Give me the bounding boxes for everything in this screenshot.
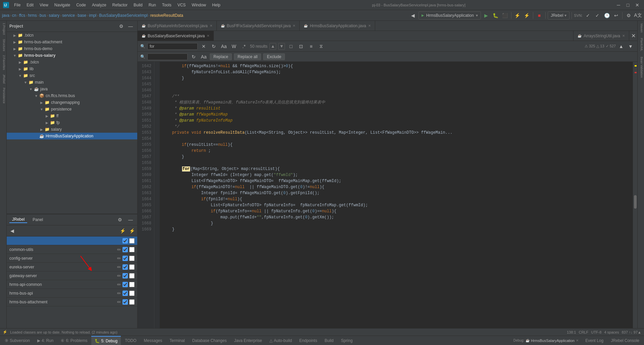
close-button[interactable]: ✕ <box>633 1 641 9</box>
tree-item-changemapping[interactable]: ▶ 📁 changemapping <box>7 99 137 106</box>
bottom-tab-java-enterprise[interactable]: Java Enterprise <box>231 336 265 345</box>
jrebel-row-config-server[interactable]: config-server ✏ <box>7 254 137 263</box>
settings-button[interactable]: ⚙ <box>625 11 633 19</box>
tree-item-attachment[interactable]: ▶ 📁 hrms-bus-attachment <box>7 39 137 45</box>
tree-item-ff[interactable]: ▶ 📁 ff <box>7 113 137 119</box>
breadcrumb-ffcs[interactable]: ffcs <box>19 13 25 18</box>
svn-history[interactable]: 🕐 <box>603 11 611 19</box>
bottom-tab-auto-build[interactable]: △ Auto-build <box>266 336 295 345</box>
side-tab-project[interactable]: 1:Project <box>0 21 6 37</box>
menu-run[interactable]: Run <box>146 1 159 9</box>
tree-item-txlcn2[interactable]: ▶ 📁 .txlcn <box>7 59 137 66</box>
jrebel-tab[interactable]: JRebel <box>9 216 27 223</box>
tree-body[interactable]: ▶ 📁 .txlcn ▶ 📁 hrms-bus-attachment ▶ 📁 h… <box>7 32 137 214</box>
jrebel-edit-eureka-server[interactable]: ✏ <box>116 264 122 270</box>
menu-tools[interactable]: Tools <box>159 1 174 9</box>
tree-item-demo[interactable]: ▶ 📁 hrms-bus-demo <box>7 45 137 52</box>
jrebel-check-eureka-server[interactable] <box>122 264 128 270</box>
jrebel-row-hrms-api-common[interactable]: hrms-api-common ✏ <box>7 280 137 289</box>
jrebel-selector[interactable]: JRebel ▾ <box>548 11 569 19</box>
status-encoding[interactable]: UTF-8 <box>591 330 601 334</box>
translate-button[interactable]: A文 <box>634 11 642 19</box>
breadcrumb-hrms[interactable]: hrms <box>28 13 37 18</box>
jrebel-close-icon[interactable]: — <box>127 216 135 224</box>
replace-all-button[interactable]: Replace all <box>234 53 261 60</box>
jrebel-check2-hrms-bus-attachment[interactable] <box>129 299 135 305</box>
jrebel-check-hrms-api-common[interactable] <box>122 282 128 287</box>
bottom-tab-run[interactable]: ▶ 4: Run <box>34 336 57 345</box>
jrebel-check2-hrms-api-common[interactable] <box>129 282 135 287</box>
breadcrumb-cn[interactable]: cn <box>12 13 16 18</box>
search-filter-icon[interactable]: ≡ <box>307 42 315 50</box>
jrebel-check2-hrms-bus-api[interactable] <box>129 291 135 296</box>
indicator-up[interactable]: ▲ <box>617 42 625 50</box>
menu-edit[interactable]: Edit <box>24 1 36 9</box>
search-toggle-2[interactable]: ⊡ <box>297 42 305 50</box>
tree-item-salary2[interactable]: ▶ 📁 salary <box>7 126 137 133</box>
breadcrumb-bus[interactable]: bus <box>40 13 46 18</box>
tree-settings-icon[interactable]: ⚙ <box>117 22 125 30</box>
tree-item-app[interactable]: ☕ HrmsBusSalaryApplication <box>7 133 137 139</box>
status-crlf[interactable]: CRLF <box>579 330 588 334</box>
bottom-tab-subversion[interactable]: ⑨ Subversion <box>1 336 33 345</box>
tree-item-txlcn[interactable]: ▶ 📁 .txlcn <box>7 32 137 39</box>
side-tab-favorites[interactable]: 2:Favorites <box>0 53 6 72</box>
tree-item-lib[interactable]: ▶ 📁 lib <box>7 66 137 72</box>
menu-view[interactable]: View <box>37 1 51 9</box>
tab-arrays-close[interactable]: ✕ <box>622 34 625 38</box>
bottom-tab-debug[interactable]: 🐛 5: Debug <box>91 336 121 345</box>
tab-fp-nature-close[interactable]: ✕ <box>210 24 212 28</box>
replace-input[interactable] <box>147 53 188 60</box>
tree-item-fp[interactable]: ▶ 📁 fp <box>7 119 137 126</box>
code-content[interactable]: if(ffWageMains!=null && ffWageMains.size… <box>160 62 633 328</box>
breadcrumb-service[interactable]: service <box>62 13 75 18</box>
jrebel-edit-gateway-server[interactable]: ✏ <box>116 272 122 279</box>
tab-bus-salary-base[interactable]: ☕ BusSalaryBaseServiceImpl.java ✕ <box>138 31 214 41</box>
menu-help[interactable]: Help <box>209 1 223 9</box>
side-tab-structure[interactable]: Structure <box>0 37 6 53</box>
replace-refresh-icon[interactable]: ↻ <box>190 53 198 61</box>
jrebel-run-button[interactable]: ⚡ <box>513 11 522 19</box>
menu-file[interactable]: File <box>11 1 23 9</box>
tree-item-main[interactable]: ▼ 📁 main <box>7 79 137 86</box>
replace-case-icon[interactable]: Aa <box>200 53 208 61</box>
search-word-icon[interactable]: W <box>230 42 238 50</box>
tree-item-src[interactable]: ▼ 📁 src <box>7 72 137 79</box>
exclude-button[interactable]: Exclude <box>263 53 285 60</box>
jrebel-green-btn-2[interactable]: ⚡ <box>128 227 136 235</box>
tab-close-all[interactable]: ✕ <box>629 32 637 40</box>
jrebel-row-selected[interactable] <box>7 236 137 245</box>
tab-hrms-app[interactable]: ☕ HrmsBusSalaryApplication.java ✕ <box>300 21 375 31</box>
tree-item-salary[interactable]: ▼ 📁 hrms-bus-salary <box>7 52 137 59</box>
jrebel-row-hrms-bus-attachment[interactable]: hrms-bus-attachment ✏ <box>7 298 137 306</box>
jrebel-edit-hrms-bus-api[interactable]: ✏ <box>116 290 122 297</box>
jrebel-check-config-server[interactable] <box>122 256 128 261</box>
jrebel-check-common-utils[interactable] <box>122 247 128 252</box>
search-regex-icon[interactable]: .* <box>240 42 248 50</box>
search-case-icon[interactable]: Aa <box>220 42 228 50</box>
svn-commit[interactable]: ✓ <box>593 11 601 19</box>
vertical-scrollbar[interactable] <box>633 62 637 328</box>
jrebel-green-btn-1[interactable]: ⚡ <box>118 227 127 235</box>
scrollbar-thumb[interactable] <box>634 195 637 209</box>
svn-update[interactable]: ✓ <box>584 11 592 19</box>
jrebel-edit-hrms-api-common[interactable]: ✏ <box>116 281 122 288</box>
menu-refactor[interactable]: Refactor <box>110 1 130 9</box>
jrebel-check-gateway-server[interactable] <box>122 273 128 278</box>
bottom-tab-db-changes[interactable]: Database Changes <box>189 336 230 345</box>
search-toggle-1[interactable]: □ <box>287 42 295 50</box>
bottom-tab-jrebel-console[interactable]: JRebel Console <box>607 336 643 345</box>
jrebel-check-hrms-bus-attachment[interactable] <box>122 299 128 305</box>
jrebel-back-icon[interactable]: ◀ <box>8 227 16 235</box>
breadcrumb-java[interactable]: java <box>2 13 9 18</box>
bottom-tab-todo[interactable]: TODO <box>121 336 140 345</box>
stop-button[interactable]: ■ <box>535 11 543 19</box>
jrebel-edit-hrms-bus-attachment[interactable]: ✏ <box>116 299 122 305</box>
side-tab-persistence[interactable]: Persistence <box>0 86 6 105</box>
breadcrumb-impl[interactable]: impl <box>89 13 96 18</box>
side-tab-bean-validation[interactable]: Bean Validation <box>638 54 644 80</box>
menu-code[interactable]: Code <box>73 1 89 9</box>
tree-item-java[interactable]: ▼ ☕ java <box>7 86 137 92</box>
tab-hrms-app-close[interactable]: ✕ <box>368 24 371 28</box>
jrebel-edit-config-server[interactable]: ✏ <box>116 255 122 262</box>
